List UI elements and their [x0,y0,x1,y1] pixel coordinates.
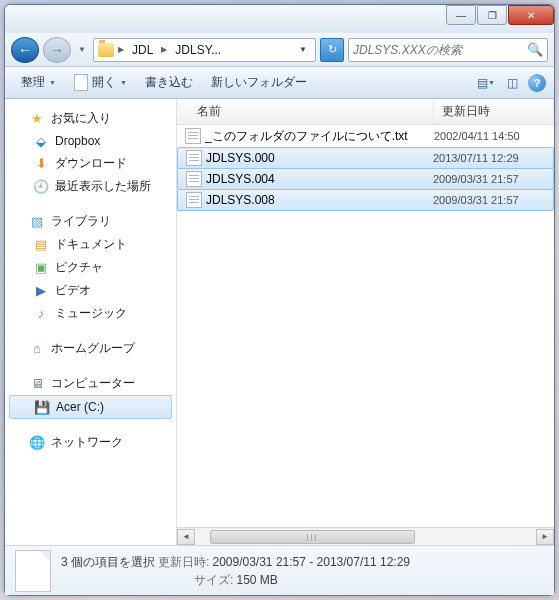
drive-icon: 💾 [34,399,50,415]
selection-icon [15,550,51,592]
scroll-right-button[interactable]: ► [536,529,554,545]
file-date: 2009/03/31 21:57 [433,194,549,206]
status-bar: 3 個の項目を選択 更新日時: 2009/03/31 21:57 - 2013/… [5,545,554,595]
back-button[interactable]: ← [11,37,39,63]
computer-group[interactable]: 🖥コンピューター [5,372,176,395]
dropbox-icon: ⬙ [33,133,49,149]
col-date[interactable]: 更新日時 [434,99,554,124]
view-options-button[interactable]: ▤▼ [476,73,496,93]
col-name[interactable]: 名前 [177,99,434,124]
scroll-left-button[interactable]: ◄ [177,529,195,545]
recent-icon: 🕘 [33,179,49,195]
file-icon [186,150,202,166]
file-icon [185,128,201,144]
refresh-button[interactable]: ↻ [320,38,344,62]
libraries-group[interactable]: ▧ライブラリ [5,210,176,233]
chevron-right-icon[interactable]: ▶ [161,45,167,54]
scroll-thumb[interactable]: ||| [210,530,415,544]
file-row[interactable]: JDLSYS.0042009/03/31 21:57 [177,168,554,190]
forward-button[interactable]: → [43,37,71,63]
nav-pictures[interactable]: ▣ピクチャ [5,256,176,279]
file-date: 2002/04/11 14:50 [434,130,550,142]
homegroup[interactable]: ⌂ホームグループ [5,337,176,360]
address-dropdown[interactable]: ▼ [295,45,311,54]
size-value: 150 MB [236,573,277,587]
nav-dropbox[interactable]: ⬙Dropbox [5,130,176,152]
selection-count: 3 個の項目を選択 [61,555,155,569]
videos-icon: ▶ [33,283,49,299]
file-name: JDLSYS.000 [206,151,433,165]
address-bar[interactable]: ▶ JDL ▶ JDLSY... ▼ [93,38,316,62]
search-box[interactable]: 🔍 [348,38,548,62]
pictures-icon: ▣ [33,260,49,276]
file-list-pane: 名前 更新日時 _このフォルダのファイルについて.txt2002/04/11 1… [177,99,554,545]
file-name: JDLSYS.008 [206,193,433,207]
document-icon [74,74,88,91]
organize-menu[interactable]: 整理▼ [13,70,64,95]
folder-icon [98,43,114,57]
modified-label: 更新日時: [158,555,209,569]
horizontal-scrollbar[interactable]: ◄ ||| ► [177,527,554,545]
computer-icon: 🖥 [29,376,45,392]
help-button[interactable]: ? [528,74,546,92]
scroll-track[interactable]: ||| [195,529,536,545]
breadcrumb[interactable]: JDLSY... [171,41,225,59]
star-icon: ★ [29,111,45,127]
file-row[interactable]: _このフォルダのファイルについて.txt2002/04/11 14:50 [177,125,554,147]
favorites-group[interactable]: ★お気に入り [5,107,176,130]
size-label: サイズ: [194,573,233,587]
breadcrumb[interactable]: JDL [128,41,157,59]
download-icon: ⬇ [33,156,49,172]
search-input[interactable] [353,43,527,57]
nav-music[interactable]: ♪ミュージック [5,302,176,325]
explorer-window: — ❐ ✕ ← → ▼ ▶ JDL ▶ JDLSY... ▼ ↻ 🔍 整理▼ 開… [4,4,555,596]
new-folder-button[interactable]: 新しいフォルダー [203,70,315,95]
network-group[interactable]: 🌐ネットワーク [5,431,176,454]
column-headers: 名前 更新日時 [177,99,554,125]
file-date: 2013/07/11 12:29 [433,152,549,164]
music-icon: ♪ [33,306,49,322]
preview-pane-button[interactable]: ◫ [502,73,522,93]
file-rows: _このフォルダのファイルについて.txt2002/04/11 14:50JDLS… [177,125,554,527]
toolbar: 整理▼ 開く▼ 書き込む 新しいフォルダー ▤▼ ◫ ? [5,67,554,99]
file-row[interactable]: JDLSYS.0082009/03/31 21:57 [177,189,554,211]
homegroup-icon: ⌂ [29,341,45,357]
network-icon: 🌐 [29,435,45,451]
search-icon[interactable]: 🔍 [527,42,543,57]
documents-icon: ▤ [33,237,49,253]
file-name: JDLSYS.004 [206,172,433,186]
modified-value: 2009/03/31 21:57 - 2013/07/11 12:29 [212,555,410,569]
file-icon [186,171,202,187]
burn-button[interactable]: 書き込む [137,70,201,95]
file-date: 2009/03/31 21:57 [433,173,549,185]
maximize-button[interactable]: ❐ [477,5,507,25]
titlebar[interactable]: — ❐ ✕ [5,5,554,33]
nav-videos[interactable]: ▶ビデオ [5,279,176,302]
nav-cdrive[interactable]: 💾Acer (C:) [9,395,172,419]
file-icon [186,192,202,208]
file-row[interactable]: JDLSYS.0002013/07/11 12:29 [177,147,554,169]
minimize-button[interactable]: — [446,5,476,25]
nav-downloads[interactable]: ⬇ダウンロード [5,152,176,175]
history-dropdown[interactable]: ▼ [75,37,89,63]
open-button[interactable]: 開く▼ [66,70,135,95]
navbar: ← → ▼ ▶ JDL ▶ JDLSY... ▼ ↻ 🔍 [5,33,554,67]
chevron-right-icon[interactable]: ▶ [118,45,124,54]
file-name: _このフォルダのファイルについて.txt [205,128,434,145]
close-button[interactable]: ✕ [508,5,554,25]
library-icon: ▧ [29,214,45,230]
navigation-pane: ★お気に入り ⬙Dropbox ⬇ダウンロード 🕘最近表示した場所 ▧ライブラリ… [5,99,177,545]
status-info: 3 個の項目を選択 更新日時: 2009/03/31 21:57 - 2013/… [61,553,544,589]
nav-documents[interactable]: ▤ドキュメント [5,233,176,256]
nav-recent[interactable]: 🕘最近表示した場所 [5,175,176,198]
